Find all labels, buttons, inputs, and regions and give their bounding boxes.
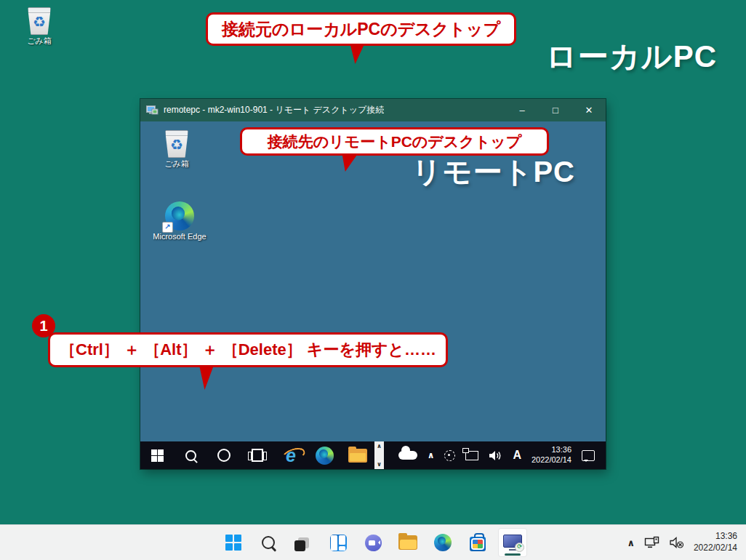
- callout-local-desktop-text: 接続元のローカルPCのデスクトップ: [222, 18, 500, 41]
- remote-edge-shortcut-icon[interactable]: ↗ Microsoft Edge: [152, 200, 207, 241]
- file-explorer-button[interactable]: [393, 528, 422, 557]
- remote-desktop-app-button[interactable]: ⟳: [498, 528, 527, 557]
- store-button[interactable]: [463, 528, 492, 557]
- internet-explorer-button[interactable]: e: [274, 441, 308, 469]
- file-explorer-button[interactable]: [341, 441, 374, 469]
- edge-icon: [434, 534, 452, 551]
- callout-remote-desktop: 接続先のリモートPCのデスクトップ: [240, 127, 549, 156]
- task-view-icon: [252, 449, 263, 462]
- host-system-tray: ∧ 13:36 2022/02/14: [627, 525, 737, 560]
- remote-desktop-area: ♻ ごみ箱 ↗ Microsoft Edge 接続先のリモートPCのデスクトップ…: [140, 121, 606, 441]
- cortana-icon: [217, 449, 230, 462]
- recycle-glyph: ♻: [33, 15, 46, 29]
- network-icon: [465, 451, 478, 460]
- ime-indicator: A: [513, 449, 521, 462]
- callout-local-desktop: 接続元のローカルPCのデスクトップ: [206, 12, 516, 46]
- local-recycle-bin-icon[interactable]: ♻ ごみ箱: [16, 4, 63, 46]
- remote-taskbar: e ∧ ∨ ∧ A: [140, 441, 606, 469]
- local-desktop: ♻ ごみ箱 接続元のローカルPCのデスクトップ ローカルPC remotepc …: [0, 0, 746, 560]
- network-button[interactable]: [460, 441, 484, 469]
- window-titlebar: remotepc - mk2-win10-901 - リモート デスクトップ接続…: [140, 99, 606, 121]
- step-1-number: 1: [39, 318, 47, 335]
- step-1-badge: 1: [32, 314, 55, 337]
- remote-pc-name: リモートPC: [412, 152, 575, 192]
- taskbar-scroll-arrows[interactable]: ∧ ∨: [374, 441, 384, 469]
- callout-remote-desktop-text: 接続先のリモートPCのデスクトップ: [268, 132, 522, 152]
- recycle-bin-icon: ♻: [16, 4, 63, 35]
- remote-date: 2022/02/14: [532, 455, 571, 465]
- internet-explorer-icon: e: [286, 447, 296, 465]
- task-view-button[interactable]: [289, 528, 318, 557]
- host-time: 13:36: [694, 531, 737, 543]
- remote-clock[interactable]: 13:36 2022/02/14: [526, 441, 577, 469]
- close-button[interactable]: ✕: [572, 99, 606, 121]
- start-button[interactable]: [219, 528, 248, 557]
- weather-button[interactable]: [393, 441, 422, 469]
- volume-muted-icon[interactable]: [670, 537, 684, 548]
- window-title: remotepc - mk2-win10-901 - リモート デスクトップ接続: [164, 104, 384, 116]
- shortcut-arrow-icon: ↗: [162, 222, 173, 233]
- action-center-icon: [582, 450, 595, 461]
- maximize-button[interactable]: □: [539, 99, 572, 121]
- callout-ctrl-alt-delete-text: ［Ctrl］ ＋ ［Alt］ ＋ ［Delete］ キーを押すと……: [60, 339, 436, 361]
- recycle-glyph: ♻: [170, 137, 183, 152]
- file-explorer-icon: [348, 449, 367, 463]
- search-icon: [262, 536, 275, 549]
- ime-button[interactable]: A: [508, 441, 526, 469]
- remote-recycle-bin-icon[interactable]: ♻ ごみ箱: [153, 127, 200, 169]
- recycle-bin-label: ごみ箱: [16, 36, 63, 46]
- network-icon[interactable]: [644, 536, 660, 549]
- remote-system-tray: ∧ A 13:36 2022/02/14: [393, 441, 606, 469]
- action-center-button[interactable]: [577, 441, 600, 469]
- host-taskbar: ⟳ ∧ 13:36 2022/02/14: [0, 524, 746, 560]
- host-taskbar-center: ⟳: [219, 525, 527, 560]
- tray-overflow-button[interactable]: ∧: [422, 441, 440, 469]
- cortana-button[interactable]: [207, 441, 241, 469]
- remote-time: 13:36: [532, 445, 571, 455]
- volume-icon: [489, 450, 502, 461]
- rdp-window-icon: [146, 105, 159, 116]
- rdp-status-glyph: ⟳: [515, 543, 524, 552]
- remote-desktop-app-icon: ⟳: [503, 535, 522, 551]
- edge-icon: [316, 447, 334, 465]
- windows-logo-icon: [225, 535, 241, 551]
- meet-now-button[interactable]: [439, 441, 460, 469]
- weather-cloud-icon: [398, 451, 417, 460]
- search-icon: [185, 450, 196, 461]
- scroll-down-icon[interactable]: ∨: [377, 461, 382, 468]
- search-button[interactable]: [174, 441, 207, 469]
- minimize-button[interactable]: –: [505, 99, 539, 121]
- task-view-button[interactable]: [241, 441, 274, 469]
- volume-button[interactable]: [484, 441, 508, 469]
- chevron-up-icon: ∧: [428, 451, 435, 460]
- chat-icon: [365, 535, 382, 551]
- chevron-up-icon[interactable]: ∧: [627, 537, 635, 548]
- edge-button[interactable]: [428, 528, 457, 557]
- callout-ctrl-alt-delete: ［Ctrl］ ＋ ［Alt］ ＋ ［Delete］ キーを押すと……: [48, 332, 448, 367]
- chat-button[interactable]: [358, 528, 388, 557]
- file-explorer-icon: [398, 535, 417, 550]
- widgets-button[interactable]: [324, 528, 353, 557]
- edge-icon: ↗: [152, 200, 207, 231]
- store-icon: [470, 537, 486, 551]
- start-button[interactable]: [140, 441, 174, 469]
- host-clock[interactable]: 13:36 2022/02/14: [694, 531, 737, 553]
- windows-logo-icon: [151, 449, 164, 462]
- edge-shortcut-label: Microsoft Edge: [152, 232, 207, 241]
- task-view-icon: [298, 537, 309, 548]
- recycle-bin-icon: ♻: [153, 127, 200, 158]
- search-button[interactable]: [254, 528, 283, 557]
- callout-local-tail: [347, 44, 366, 64]
- recycle-bin-label: ごみ箱: [153, 159, 200, 169]
- callout-remote-tail: [338, 154, 358, 172]
- widgets-icon: [330, 535, 347, 551]
- local-pc-name: ローカルPC: [546, 36, 717, 77]
- edge-button[interactable]: [308, 441, 341, 469]
- remote-desktop-window: remotepc - mk2-win10-901 - リモート デスクトップ接続…: [140, 99, 606, 469]
- scroll-up-icon[interactable]: ∧: [377, 443, 382, 449]
- meet-now-icon: [444, 450, 455, 461]
- host-date: 2022/02/14: [694, 543, 737, 554]
